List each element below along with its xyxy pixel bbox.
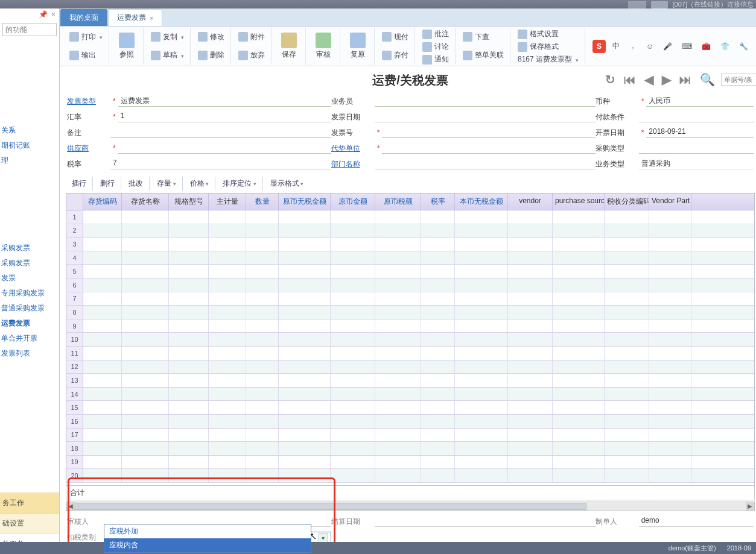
grid-cell[interactable] (455, 469, 508, 482)
grid-cell[interactable] (246, 279, 279, 292)
grid-cell[interactable] (421, 251, 455, 265)
grid-cell[interactable] (508, 279, 553, 292)
grid-cell[interactable] (421, 210, 455, 224)
grid-cell[interactable] (279, 306, 331, 319)
grid-cell[interactable] (331, 224, 375, 238)
grid-cell[interactable] (649, 347, 691, 360)
grid-cell[interactable] (455, 374, 508, 387)
saveformat-button[interactable]: 保存格式 (515, 40, 581, 53)
sidebar-item[interactable]: 期初记账 (0, 138, 59, 153)
grid-header-cell[interactable]: 规格型号 (169, 194, 209, 210)
grid-cell[interactable] (455, 401, 508, 414)
ime-icon[interactable]: 👕 (717, 40, 732, 52)
format-button[interactable]: 格式设置 (515, 28, 581, 40)
grid-cell[interactable] (421, 469, 455, 482)
grid-cell[interactable] (508, 415, 553, 428)
grid-header-cell[interactable]: 数量 (246, 194, 279, 210)
grid-cell[interactable] (83, 456, 122, 469)
grid-cell[interactable] (331, 210, 375, 224)
grid-cell[interactable] (508, 388, 553, 401)
grid-cell[interactable] (553, 279, 605, 292)
output-button[interactable]: 输出 (67, 49, 105, 61)
grid-cell[interactable] (649, 306, 691, 319)
grid-cell[interactable] (83, 210, 122, 224)
table-row[interactable]: 17 (66, 429, 754, 442)
grid-header-cell[interactable]: 存货名称 (122, 194, 169, 210)
sidebar-item[interactable]: 发票列表 (0, 346, 59, 361)
scroll-thumb[interactable] (74, 503, 586, 510)
invoice-type-label[interactable]: 发票类型 (67, 96, 110, 107)
grid-cell[interactable] (169, 469, 209, 482)
grid-header-cell[interactable]: 原币无税金额 (279, 194, 331, 210)
grid-cell[interactable] (605, 319, 649, 333)
discard2-button[interactable]: 弃付 (380, 49, 411, 61)
grid-cell[interactable] (455, 210, 508, 224)
grid-cell[interactable] (279, 333, 331, 346)
grid-cell[interactable] (246, 401, 279, 414)
batch-mod-button[interactable]: 批改 (122, 177, 150, 190)
grid-cell[interactable] (649, 456, 691, 469)
grid-cell[interactable] (553, 265, 605, 278)
grid-cell[interactable] (246, 292, 279, 306)
grid-cell[interactable] (649, 279, 691, 292)
table-row[interactable]: 18 (66, 442, 754, 456)
grid-cell[interactable] (375, 442, 421, 455)
grid-header-cell[interactable]: 原币税额 (375, 194, 421, 210)
grid-cell[interactable] (83, 251, 122, 265)
grid-cell[interactable] (605, 210, 649, 224)
grid-cell[interactable] (122, 401, 169, 414)
audit-button[interactable]: 审核 (311, 30, 336, 62)
grid-cell[interactable] (246, 319, 279, 333)
discard-button[interactable]: 放弃 (236, 49, 267, 61)
grid-cell[interactable] (169, 347, 209, 360)
link-button[interactable]: 整单关联 (460, 49, 506, 61)
cash-button[interactable]: 现付 (380, 31, 411, 43)
grid-cell[interactable] (279, 210, 331, 224)
grid-cell[interactable] (508, 401, 553, 414)
grid-cell[interactable] (605, 292, 649, 306)
grid-cell[interactable] (279, 347, 331, 360)
tab-home[interactable]: 我的桌面 (60, 9, 107, 26)
grid-cell[interactable] (122, 306, 169, 319)
discuss-button[interactable]: 讨论 (420, 40, 451, 53)
grid-cell[interactable] (508, 469, 553, 482)
grid-cell[interactable] (649, 292, 691, 306)
grid-cell[interactable] (455, 456, 508, 469)
grid-cell[interactable] (122, 456, 169, 469)
grid-cell[interactable] (508, 360, 553, 374)
grid-cell[interactable] (375, 415, 421, 428)
grid-cell[interactable] (169, 210, 209, 224)
invdate-field[interactable] (375, 112, 596, 122)
grid-cell[interactable] (508, 333, 553, 346)
ime-lang[interactable]: 中 (609, 39, 623, 53)
grid-cell[interactable] (605, 265, 649, 278)
grid-cell[interactable] (279, 238, 331, 251)
grid-cell[interactable] (209, 415, 246, 428)
print-button[interactable]: 打印 (67, 31, 105, 43)
agent-field[interactable] (382, 143, 595, 154)
grid-cell[interactable] (553, 401, 605, 414)
grid-cell[interactable] (209, 210, 246, 224)
grid-cell[interactable] (122, 292, 169, 306)
table-row[interactable]: 7 (66, 292, 754, 306)
grid-cell[interactable] (421, 265, 455, 278)
agent-label[interactable]: 代垫单位 (331, 143, 375, 154)
grid-cell[interactable] (331, 469, 375, 482)
sidebar-item[interactable]: 关系 (0, 123, 59, 138)
grid-header-cell[interactable]: 本币无税金额 (455, 194, 508, 210)
grid-cell[interactable] (169, 292, 209, 306)
sidebar-item-active[interactable]: 运费发票 (0, 316, 59, 331)
sidebar-item[interactable]: 发票 (0, 271, 59, 286)
ime-icon[interactable]: 🔧 (736, 40, 751, 52)
grid-cell[interactable] (553, 333, 605, 346)
grid-cell[interactable] (455, 306, 508, 319)
table-row[interactable]: 14 (66, 388, 754, 401)
grid-cell[interactable] (83, 279, 122, 292)
copyback-button[interactable]: 复原 (345, 30, 370, 62)
grid-cell[interactable] (279, 429, 331, 442)
table-row[interactable]: 6 (66, 279, 754, 292)
grid-cell[interactable] (279, 360, 331, 374)
display-button[interactable]: 显示格式 (264, 177, 310, 190)
grid-cell[interactable] (209, 306, 246, 319)
grid-cell[interactable] (279, 251, 331, 265)
